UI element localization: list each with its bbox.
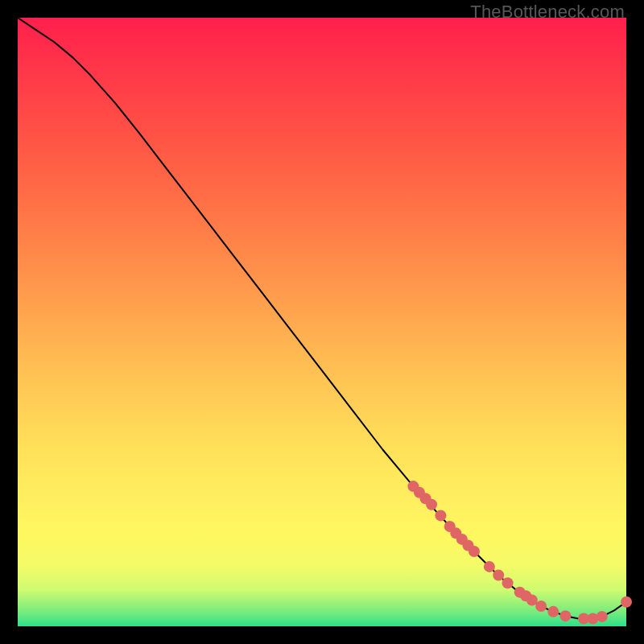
chart-svg: [0, 0, 644, 644]
data-marker: [493, 570, 504, 581]
watermark-text: TheBottleneck.com: [470, 2, 625, 23]
data-marker: [502, 577, 514, 588]
data-marker: [435, 510, 446, 521]
curve-line: [18, 18, 626, 619]
data-marker: [547, 606, 559, 617]
data-marker: [469, 546, 480, 557]
data-marker: [597, 611, 608, 622]
data-marker: [535, 601, 547, 612]
data-marker: [484, 561, 495, 572]
data-marker: [426, 499, 437, 510]
chart-frame: TheBottleneck.com: [0, 0, 644, 644]
data-marker: [621, 597, 632, 608]
data-marker: [559, 610, 571, 621]
